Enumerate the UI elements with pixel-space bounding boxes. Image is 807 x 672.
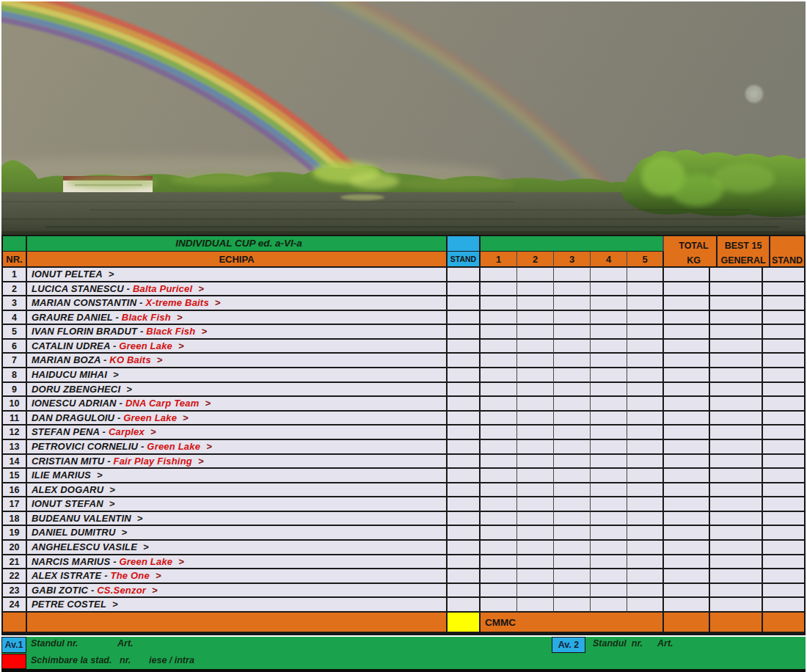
total-kg-cell (664, 296, 710, 311)
score-cell-2 (517, 296, 554, 311)
lake-rainbow-photo (1, 1, 806, 235)
table-row: 24 PETRE COSTEL> (3, 598, 804, 613)
score-cell-5 (627, 541, 664, 555)
score-cell-4 (591, 526, 627, 541)
stand-spacer-cell (448, 236, 481, 252)
row-name: HAIDUCU MIHAI (32, 369, 107, 380)
stand-cell (448, 368, 481, 383)
score-cell-2 (517, 598, 554, 613)
row-arrow: > (109, 484, 115, 495)
score-cell-3 (554, 311, 591, 326)
row-name-cell: PETROVICI CORNELIU - Green Lake> (27, 440, 448, 455)
best-line1: BEST 15 (717, 238, 769, 253)
score-cell-2 (517, 412, 554, 426)
col-header-round-4: 4 (591, 252, 627, 268)
row-nr: 19 (3, 526, 27, 541)
score-cell-5 (627, 426, 664, 440)
score-cell-5 (627, 311, 664, 326)
scoreboard-page: INDIVIDUAL CUP ed. a-VI-a NR. ECHIPA STA… (0, 0, 807, 672)
stand-cell (448, 397, 481, 412)
score-cell-3 (554, 555, 591, 570)
rainbow-reflection (340, 194, 384, 200)
row-arrow: > (97, 470, 103, 481)
row-name: PETRE COSTEL (32, 599, 106, 610)
score-cell-1 (481, 497, 517, 512)
best15-cell (710, 512, 763, 527)
score-cell-4 (591, 354, 627, 368)
score-cell-1 (481, 512, 517, 527)
row-arrow: > (178, 340, 184, 351)
change-inout-label: iese / intra (149, 655, 194, 665)
col-header-round-1: 1 (481, 252, 517, 268)
score-cell-3 (554, 268, 591, 282)
table-row: 21 NARCIS MARIUS - Green Lake> (3, 555, 804, 570)
score-cell-3 (554, 412, 591, 426)
score-cell-4 (591, 296, 627, 311)
score-cell-5 (627, 497, 664, 512)
row-team: Green Lake (119, 556, 172, 567)
score-cell-3 (554, 497, 591, 512)
score-cell-3 (554, 296, 591, 311)
summary-stand-cell[interactable] (448, 613, 481, 634)
row-nr: 12 (3, 426, 27, 440)
row-nr: 6 (3, 340, 27, 354)
table-row: 2 LUCICA STANESCU - Balta Puricel> (3, 282, 804, 297)
score-cell-1 (481, 526, 517, 541)
row-nr: 23 (3, 584, 27, 599)
row-nr: 8 (3, 368, 27, 383)
stand2-cell (763, 440, 804, 455)
stand-cell (448, 512, 481, 527)
table-row: 19 DANIEL DUMITRU> (3, 526, 804, 541)
score-cell-2 (517, 584, 554, 599)
score-cell-4 (591, 483, 627, 498)
stand-cell (448, 426, 481, 440)
score-cell-2 (517, 555, 554, 570)
stand2-cell (763, 368, 804, 383)
row-name: ALEX DOGARU (32, 484, 103, 495)
score-cell-4 (591, 268, 627, 282)
row-name: ILIE MARIUS (32, 470, 91, 481)
row-arrow: > (126, 384, 132, 395)
table-row: 1 IONUT PELTEA> (3, 268, 804, 282)
best15-cell (710, 426, 763, 440)
col-header-total-kg: TOTAL KG (671, 236, 717, 268)
row-team: The One (110, 570, 149, 581)
row-name: ALEX ISTRATE - (32, 570, 110, 581)
score-cell-5 (627, 397, 664, 412)
total-kg-cell (664, 340, 710, 354)
score-cell-2 (517, 383, 554, 398)
col-header-round-2: 2 (517, 252, 554, 268)
table-row: 5 IVAN FLORIN BRADUT - Black Fish> (3, 325, 804, 340)
row-arrow: > (157, 354, 163, 365)
stand2-cell (763, 469, 804, 483)
summary-stand2-cell (763, 613, 804, 634)
row-name: BUDEANU VALENTIN (32, 513, 131, 524)
stand-cell (448, 584, 481, 599)
row-team: Green Lake (147, 441, 200, 452)
row-team: Carplex (109, 426, 145, 437)
score-cell-1 (481, 569, 517, 584)
row-arrow: > (152, 585, 158, 596)
stand2-cell (763, 282, 804, 297)
score-cell-3 (554, 469, 591, 483)
stand2-cell (763, 555, 804, 570)
score-rows: 1 IONUT PELTEA> 2 LUCICA STANESCU - Balt… (3, 268, 804, 613)
score-cell-4 (591, 569, 627, 584)
stand2-cell (763, 512, 804, 527)
score-cell-3 (554, 483, 591, 498)
row-name-cell: PETRE COSTEL> (27, 598, 448, 613)
row-name: MARIAN CONSTANTIN - (32, 297, 145, 308)
table-row: 16 ALEX DOGARU> (3, 483, 804, 498)
score-cell-2 (517, 311, 554, 326)
row-name: ANGHELESCU VASILE (32, 541, 137, 552)
stand-cell (448, 383, 481, 398)
row-name-cell: DAN DRAGULOIU - Green Lake> (27, 412, 448, 426)
col-header-echipa: ECHIPA (27, 252, 448, 268)
score-cell-3 (554, 569, 591, 584)
row-name-cell: HAIDUCU MIHAI> (27, 368, 448, 383)
score-cell-3 (554, 282, 591, 297)
table-row: 7 MARIAN BOZA - KO Baits> (3, 354, 804, 368)
score-cell-5 (627, 555, 664, 570)
row-name: IONUT PELTEA (32, 269, 103, 280)
best15-cell (710, 440, 763, 455)
